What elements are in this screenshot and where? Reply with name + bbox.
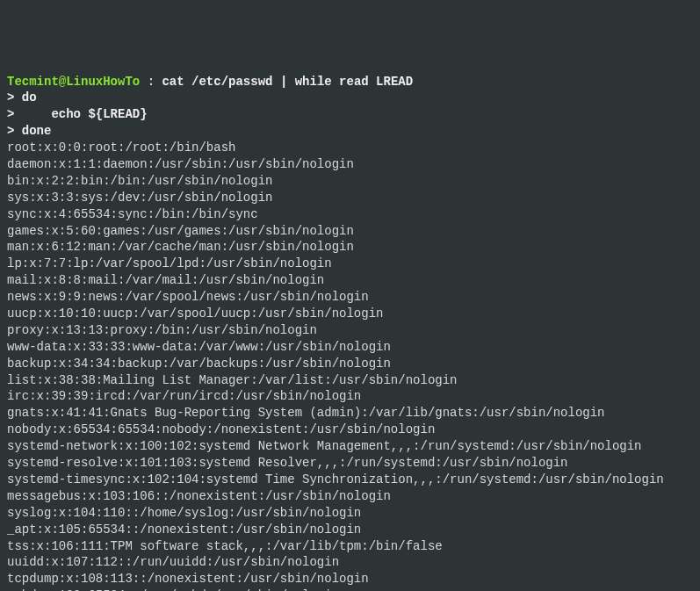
prompt-command: cat /etc/passwd | while read LREAD	[162, 75, 413, 89]
output-line: proxy:x:13:13:proxy:/bin:/usr/sbin/nolog…	[7, 322, 693, 339]
output-line: man:x:6:12:man:/var/cache/man:/usr/sbin/…	[7, 239, 693, 256]
output-line: irc:x:39:39:ircd:/var/run/ircd:/usr/sbin…	[7, 388, 693, 405]
output-line: systemd-timesync:x:102:104:systemd Time …	[7, 472, 693, 488]
output-line: lp:x:7:7:lp:/var/spool/lpd:/usr/sbin/nol…	[7, 256, 693, 272]
output-line: news:x:9:9:news:/var/spool/news:/usr/sbi…	[7, 289, 693, 306]
continuation-line: > echo ${LREAD}	[7, 106, 693, 123]
output-line: sync:x:4:65534:sync:/bin:/bin/sync	[7, 206, 693, 223]
output-line: mail:x:8:8:mail:/var/mail:/usr/sbin/nolo…	[7, 272, 693, 289]
output-line: games:x:5:60:games:/usr/games:/usr/sbin/…	[7, 223, 693, 240]
output-line: daemon:x:1:1:daemon:/usr/sbin:/usr/sbin/…	[7, 156, 693, 173]
output-line: systemd-network:x:100:102:systemd Networ…	[7, 438, 693, 455]
output-line: uucp:x:10:10:uucp:/var/spool/uucp:/usr/s…	[7, 306, 693, 322]
output-line: list:x:38:38:Mailing List Manager:/var/l…	[7, 372, 693, 389]
terminal-output: root:x:0:0:root:/root:/bin/bashdaemon:x:…	[7, 140, 693, 591]
output-line: _apt:x:105:65534::/nonexistent:/usr/sbin…	[7, 522, 693, 538]
output-line: syslog:x:104:110::/home/syslog:/usr/sbin…	[7, 505, 693, 522]
output-line: messagebus:x:103:106::/nonexistent:/usr/…	[7, 488, 693, 505]
output-line: root:x:0:0:root:/root:/bin/bash	[7, 140, 693, 156]
output-line: uuidd:x:107:112::/run/uuidd:/usr/sbin/no…	[7, 554, 693, 571]
terminal-window[interactable]: Tecmint@LinuxHowTo : cat /etc/passwd | w…	[7, 74, 693, 591]
output-line: sys:x:3:3:sys:/dev:/usr/sbin/nologin	[7, 190, 693, 206]
output-line: gnats:x:41:41:Gnats Bug-Reporting System…	[7, 405, 693, 422]
output-line: tss:x:106:111:TPM software stack,,,:/var…	[7, 538, 693, 555]
prompt-user-host: Tecmint@LinuxHowTo	[7, 75, 140, 89]
output-line: tcpdump:x:108:113::/nonexistent:/usr/sbi…	[7, 571, 693, 587]
continuation-line: > do	[7, 90, 693, 106]
output-line: backup:x:34:34:backup:/var/backups:/usr/…	[7, 356, 693, 372]
output-line: systemd-resolve:x:101:103:systemd Resolv…	[7, 455, 693, 472]
output-line: nobody:x:65534:65534:nobody:/nonexistent…	[7, 422, 693, 438]
prompt-separator: :	[140, 75, 162, 89]
output-line: bin:x:2:2:bin:/bin:/usr/sbin/nologin	[7, 173, 693, 190]
output-line: www-data:x:33:33:www-data:/var/www:/usr/…	[7, 339, 693, 356]
output-line: sshd:x:109:65534::/run/sshd:/usr/sbin/no…	[7, 587, 693, 591]
continuation-line: > done	[7, 123, 693, 140]
prompt-line: Tecmint@LinuxHowTo : cat /etc/passwd | w…	[7, 74, 693, 90]
